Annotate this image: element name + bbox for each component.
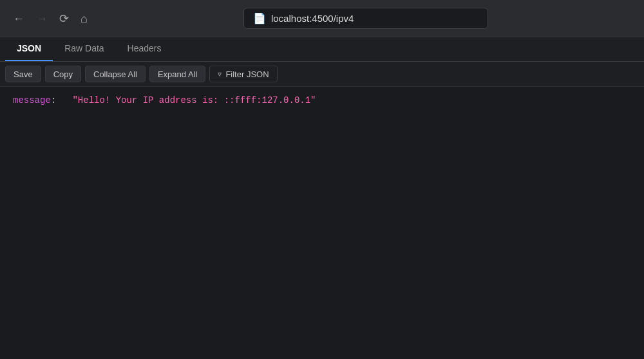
reload-button[interactable]: ⟳ [57, 10, 71, 27]
browser-chrome: ← → ⟳ ⌂ 📄 localhost:4500/ipv4 [0, 0, 644, 37]
filter-icon: ▿ [218, 69, 222, 78]
collapse-all-button[interactable]: Collapse All [85, 66, 146, 82]
copy-button[interactable]: Copy [45, 66, 81, 82]
tab-raw-data[interactable]: Raw Data [53, 37, 115, 61]
expand-all-button[interactable]: Expand All [149, 66, 205, 82]
json-content: message: "Hello! Your IP address is: ::f… [0, 87, 644, 114]
tab-json[interactable]: JSON [5, 37, 53, 61]
json-colon: : [51, 95, 56, 106]
page-icon: 📄 [253, 12, 266, 24]
address-bar[interactable]: 📄 localhost:4500/ipv4 [243, 8, 488, 29]
forward-button[interactable]: → [33, 10, 50, 27]
save-button[interactable]: Save [5, 66, 41, 82]
toolbar: Save Copy Collapse All Expand All ▿ Filt… [0, 62, 644, 87]
json-key: message [13, 95, 51, 106]
json-value: "Hello! Your IP address is: ::ffff:127.0… [72, 95, 316, 106]
tab-bar: JSON Raw Data Headers [0, 37, 644, 62]
url-text: localhost:4500/ipv4 [271, 13, 354, 24]
nav-buttons: ← → ⟳ ⌂ [10, 10, 90, 27]
address-bar-container: 📄 localhost:4500/ipv4 [98, 8, 634, 29]
back-button[interactable]: ← [10, 10, 27, 27]
home-button[interactable]: ⌂ [78, 10, 90, 27]
filter-json-button[interactable]: ▿ Filter JSON [209, 66, 277, 82]
tab-headers[interactable]: Headers [116, 37, 173, 61]
